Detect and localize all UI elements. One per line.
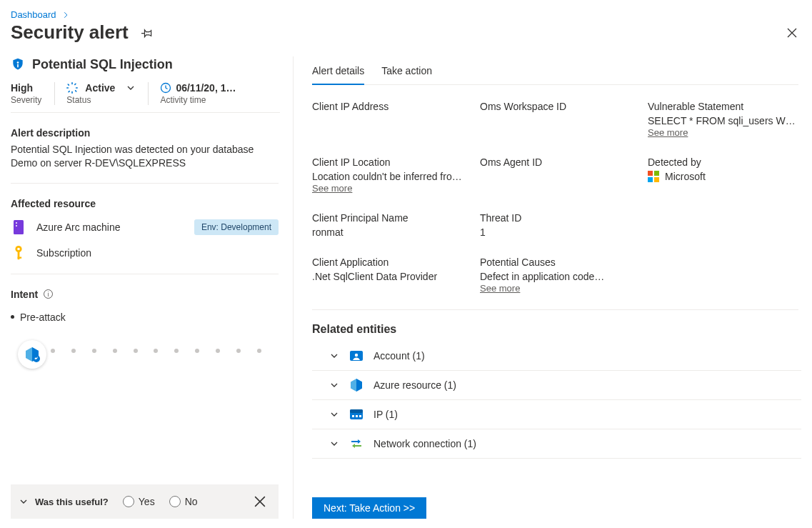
detail-label: Potential Causes	[480, 256, 631, 268]
entity-row-ip[interactable]: IP (1)	[312, 400, 801, 429]
breadcrumb: Dashboard	[11, 9, 801, 20]
close-icon	[254, 496, 266, 507]
status-row: High Severity Active Status 06/11/20, 1…	[11, 82, 280, 113]
key-icon	[11, 245, 26, 261]
see-more-link[interactable]: See more	[480, 283, 520, 294]
svg-point-13	[16, 225, 17, 226]
chevron-down-icon[interactable]	[19, 497, 28, 506]
shield-icon	[11, 56, 25, 72]
resource-row[interactable]: Subscription	[11, 245, 279, 261]
svg-rect-4	[66, 87, 69, 89]
intent-heading: Intent	[11, 289, 38, 300]
svg-point-24	[355, 354, 358, 357]
environment-badge: Env: Development	[194, 219, 279, 235]
svg-rect-5	[76, 87, 78, 89]
alert-description-text: Potential SQL Injection was detected on …	[11, 143, 279, 170]
entity-name: Network connection (1)	[374, 438, 476, 449]
info-icon[interactable]: i	[44, 289, 53, 299]
status-label: Status	[66, 95, 135, 105]
pin-icon	[141, 27, 153, 39]
clock-icon	[160, 82, 171, 94]
status-dropdown[interactable]: Active	[66, 82, 135, 94]
chevron-down-icon	[329, 351, 339, 361]
resource-row[interactable]: Azure Arc machine Env: Development	[11, 219, 279, 235]
svg-rect-21	[648, 177, 653, 182]
page-header: Security alert	[11, 21, 801, 44]
svg-rect-28	[356, 415, 358, 417]
page-title: Security alert	[11, 21, 129, 44]
feedback-yes-label: Yes	[139, 496, 155, 507]
detail-value: SELECT * FROM sqli_users WHERE…	[648, 115, 798, 126]
breadcrumb-root[interactable]: Dashboard	[11, 9, 56, 20]
activity-label: Activity time	[160, 95, 267, 105]
intent-track	[11, 340, 279, 369]
tab-alert-details[interactable]: Alert details	[312, 65, 364, 85]
resource-label: Subscription	[36, 247, 279, 259]
feedback-question: Was this useful?	[35, 497, 109, 507]
svg-rect-27	[352, 415, 354, 417]
server-icon	[11, 219, 26, 235]
svg-point-12	[16, 222, 17, 224]
entity-name: Azure resource (1)	[374, 379, 456, 391]
next-take-action-button[interactable]: Next: Take Action >>	[312, 497, 426, 519]
pin-button[interactable]	[137, 23, 157, 43]
detail-value: Defect in application code…	[480, 271, 631, 282]
tab-take-action[interactable]: Take action	[381, 65, 432, 84]
detail-value: Microsoft	[665, 171, 706, 182]
close-button[interactable]	[783, 24, 801, 42]
right-pane: Alert details Take action Client IP Addr…	[294, 56, 801, 519]
svg-rect-22	[654, 177, 659, 182]
chevron-down-icon	[329, 439, 339, 449]
account-icon	[349, 349, 364, 363]
severity-value: High	[11, 82, 41, 94]
entity-row-network-connection[interactable]: Network connection (1)	[312, 429, 801, 459]
detail-label: Vulnerable Statement	[648, 101, 798, 112]
svg-rect-3	[72, 91, 74, 94]
alert-title: Potential SQL Injection	[32, 57, 173, 72]
svg-rect-2	[72, 82, 74, 84]
detail-value: ronmat	[312, 226, 463, 238]
feedback-yes[interactable]: Yes	[123, 496, 155, 507]
detail-value: 1	[480, 226, 631, 238]
svg-rect-8	[74, 83, 76, 85]
entity-name: IP (1)	[374, 409, 398, 420]
see-more-link[interactable]: See more	[648, 127, 688, 138]
microsoft-logo-icon	[648, 171, 659, 182]
svg-rect-11	[14, 220, 24, 234]
chevron-right-icon	[62, 11, 69, 19]
svg-rect-1	[17, 64, 19, 68]
close-icon	[787, 28, 797, 38]
feedback-close-button[interactable]	[250, 492, 270, 512]
svg-rect-19	[648, 171, 653, 176]
svg-rect-26	[350, 409, 363, 413]
detail-label: Client Application	[312, 256, 463, 268]
chevron-down-icon	[329, 409, 339, 419]
intent-step-label: Pre-attack	[20, 312, 66, 323]
ip-icon	[349, 407, 364, 422]
intent-node-current[interactable]	[18, 340, 46, 369]
activity-value: 06/11/20, 1…	[176, 82, 236, 94]
related-entities-heading: Related entities	[312, 323, 801, 336]
detail-label: Detected by	[648, 156, 798, 168]
feedback-no[interactable]: No	[169, 496, 198, 507]
feedback-no-label: No	[185, 496, 198, 507]
detail-label: Client Principal Name	[312, 212, 463, 224]
tabs: Alert details Take action	[312, 65, 798, 85]
see-more-link[interactable]: See more	[312, 183, 352, 194]
svg-point-0	[17, 61, 19, 64]
detail-label: Client IP Address	[312, 101, 463, 112]
spinner-icon	[66, 82, 78, 94]
affected-resource-heading: Affected resource	[11, 198, 279, 209]
svg-rect-20	[654, 171, 659, 176]
alert-description-heading: Alert description	[11, 127, 279, 139]
detail-label: Threat ID	[480, 212, 631, 224]
severity-label: Severity	[11, 95, 41, 105]
svg-rect-6	[67, 84, 69, 86]
entity-row-account[interactable]: Account (1)	[312, 342, 801, 371]
detail-label: Oms Agent ID	[480, 156, 631, 168]
feedback-bar: Was this useful? Yes No	[11, 484, 279, 519]
detail-label: Oms Workspace ID	[480, 101, 631, 112]
svg-rect-17	[18, 256, 22, 258]
entity-row-azure-resource[interactable]: Azure resource (1)	[312, 371, 801, 400]
detail-value: Location couldn't be inferred from…	[312, 171, 463, 182]
